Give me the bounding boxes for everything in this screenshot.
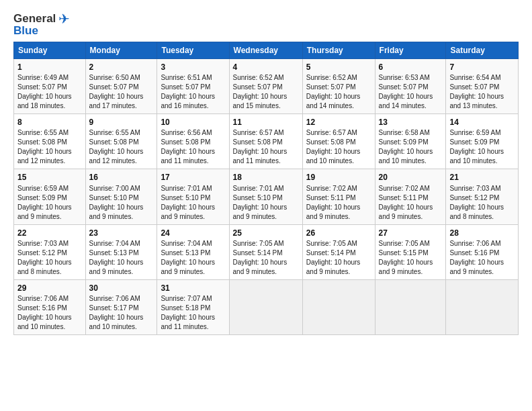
day-info: Sunrise: 7:02 AMSunset: 5:11 PMDaylight:… [379,184,443,222]
day-number: 25 [233,228,299,238]
day-info: Sunrise: 6:50 AMSunset: 5:07 PMDaylight:… [89,73,154,111]
day-info: Sunrise: 6:59 AMSunset: 5:09 PMDaylight:… [449,128,515,166]
calendar-cell: 13Sunrise: 6:58 AMSunset: 5:09 PMDayligh… [375,114,446,169]
day-number: 6 [379,62,443,73]
day-info: Sunrise: 7:05 AMSunset: 5:14 PMDaylight:… [306,239,371,277]
calendar-cell: 11Sunrise: 6:57 AMSunset: 5:08 PMDayligh… [229,114,302,169]
blue-text: Blue [13,24,38,38]
day-number: 20 [379,172,443,183]
calendar-cell: 23Sunrise: 7:04 AMSunset: 5:13 PMDayligh… [85,224,157,279]
day-number: 7 [449,62,515,73]
header-day-wednesday: Wednesday [229,42,302,59]
day-info: Sunrise: 7:05 AMSunset: 5:14 PMDaylight:… [233,239,299,277]
day-info: Sunrise: 7:02 AMSunset: 5:11 PMDaylight:… [306,184,371,222]
day-number: 29 [17,283,82,293]
calendar-cell: 6Sunrise: 6:53 AMSunset: 5:07 PMDaylight… [375,59,446,114]
header-day-monday: Monday [85,42,157,59]
calendar-cell: 22Sunrise: 7:03 AMSunset: 5:12 PMDayligh… [14,224,86,279]
day-number: 1 [17,62,82,73]
calendar-cell: 19Sunrise: 7:02 AMSunset: 5:11 PMDayligh… [302,169,375,224]
day-info: Sunrise: 6:55 AMSunset: 5:08 PMDaylight:… [17,128,82,166]
calendar-cell: 8Sunrise: 6:55 AMSunset: 5:08 PMDaylight… [14,114,86,169]
day-number: 19 [306,172,371,183]
logo-area: General ✈ Blue [13,11,70,38]
day-info: Sunrise: 6:52 AMSunset: 5:07 PMDaylight:… [306,73,371,111]
calendar-week-2: 8Sunrise: 6:55 AMSunset: 5:08 PMDaylight… [14,114,519,169]
calendar-cell: 7Sunrise: 6:54 AMSunset: 5:07 PMDaylight… [446,59,519,114]
calendar-cell [446,279,519,334]
day-number: 28 [449,228,515,238]
calendar-cell: 27Sunrise: 7:05 AMSunset: 5:15 PMDayligh… [375,224,446,279]
calendar-cell: 3Sunrise: 6:51 AMSunset: 5:07 PMDaylight… [157,59,229,114]
day-info: Sunrise: 6:57 AMSunset: 5:08 PMDaylight:… [233,128,299,166]
calendar-week-5: 29Sunrise: 7:06 AMSunset: 5:16 PMDayligh… [14,279,519,334]
calendar-cell: 24Sunrise: 7:04 AMSunset: 5:13 PMDayligh… [157,224,229,279]
day-info: Sunrise: 7:00 AMSunset: 5:10 PMDaylight:… [89,184,154,222]
day-info: Sunrise: 7:06 AMSunset: 5:16 PMDaylight:… [17,294,82,332]
day-info: Sunrise: 7:07 AMSunset: 5:18 PMDaylight:… [161,294,225,332]
day-info: Sunrise: 6:58 AMSunset: 5:09 PMDaylight:… [379,128,443,166]
calendar-cell [302,279,375,334]
day-info: Sunrise: 7:06 AMSunset: 5:17 PMDaylight:… [89,294,154,332]
calendar-cell: 26Sunrise: 7:05 AMSunset: 5:14 PMDayligh… [302,224,375,279]
day-number: 8 [17,117,82,128]
day-number: 30 [89,283,154,293]
day-number: 12 [306,117,371,128]
calendar-cell [229,279,302,334]
header-day-thursday: Thursday [302,42,375,59]
day-info: Sunrise: 6:49 AMSunset: 5:07 PMDaylight:… [17,73,82,111]
day-number: 14 [449,117,515,128]
day-info: Sunrise: 7:05 AMSunset: 5:15 PMDaylight:… [379,239,443,277]
day-info: Sunrise: 6:55 AMSunset: 5:08 PMDaylight:… [89,128,154,166]
page: General ✈ Blue SundayMondayTuesdayWednes… [0,0,532,411]
calendar-cell: 18Sunrise: 7:01 AMSunset: 5:10 PMDayligh… [229,169,302,224]
day-info: Sunrise: 6:51 AMSunset: 5:07 PMDaylight:… [161,73,225,111]
day-number: 23 [89,228,154,238]
calendar-week-3: 15Sunrise: 6:59 AMSunset: 5:09 PMDayligh… [14,169,519,224]
day-info: Sunrise: 7:06 AMSunset: 5:16 PMDaylight:… [449,239,515,277]
day-info: Sunrise: 6:59 AMSunset: 5:09 PMDaylight:… [17,184,82,222]
day-info: Sunrise: 7:04 AMSunset: 5:13 PMDaylight:… [89,239,154,277]
calendar-cell: 21Sunrise: 7:03 AMSunset: 5:12 PMDayligh… [446,169,519,224]
calendar-cell: 14Sunrise: 6:59 AMSunset: 5:09 PMDayligh… [446,114,519,169]
day-number: 21 [449,172,515,183]
day-number: 13 [379,117,443,128]
day-number: 18 [233,172,299,183]
calendar-cell: 10Sunrise: 6:56 AMSunset: 5:08 PMDayligh… [157,114,229,169]
header-day-sunday: Sunday [14,42,86,59]
day-number: 10 [161,117,225,128]
day-number: 22 [17,228,82,238]
calendar-cell: 4Sunrise: 6:52 AMSunset: 5:07 PMDaylight… [229,59,302,114]
calendar-cell [375,279,446,334]
calendar-cell: 9Sunrise: 6:55 AMSunset: 5:08 PMDaylight… [85,114,157,169]
calendar-cell: 17Sunrise: 7:01 AMSunset: 5:10 PMDayligh… [157,169,229,224]
calendar-cell: 28Sunrise: 7:06 AMSunset: 5:16 PMDayligh… [446,224,519,279]
day-info: Sunrise: 7:03 AMSunset: 5:12 PMDaylight:… [17,239,82,277]
day-number: 4 [233,62,299,73]
calendar-cell: 31Sunrise: 7:07 AMSunset: 5:18 PMDayligh… [157,279,229,334]
calendar-header-row: SundayMondayTuesdayWednesdayThursdayFrid… [14,42,519,59]
day-number: 26 [306,228,371,238]
day-info: Sunrise: 7:03 AMSunset: 5:12 PMDaylight:… [449,184,515,222]
day-info: Sunrise: 7:04 AMSunset: 5:13 PMDaylight:… [161,239,225,277]
header: General ✈ Blue [13,11,519,38]
day-number: 17 [161,172,225,183]
day-number: 31 [161,283,225,293]
day-number: 2 [89,62,154,73]
day-info: Sunrise: 6:56 AMSunset: 5:08 PMDaylight:… [161,128,225,166]
header-day-saturday: Saturday [446,42,519,59]
calendar-cell: 2Sunrise: 6:50 AMSunset: 5:07 PMDaylight… [85,59,157,114]
day-number: 9 [89,117,154,128]
day-number: 3 [161,62,225,73]
calendar-cell: 5Sunrise: 6:52 AMSunset: 5:07 PMDaylight… [302,59,375,114]
calendar-cell: 30Sunrise: 7:06 AMSunset: 5:17 PMDayligh… [85,279,157,334]
calendar-cell: 1Sunrise: 6:49 AMSunset: 5:07 PMDaylight… [14,59,86,114]
day-number: 11 [233,117,299,128]
day-number: 27 [379,228,443,238]
day-info: Sunrise: 6:57 AMSunset: 5:08 PMDaylight:… [306,128,371,166]
header-day-tuesday: Tuesday [157,42,229,59]
day-number: 5 [306,62,371,73]
logo-bird-icon: ✈ [58,11,70,27]
calendar-table: SundayMondayTuesdayWednesdayThursdayFrid… [13,42,519,335]
calendar-week-4: 22Sunrise: 7:03 AMSunset: 5:12 PMDayligh… [14,224,519,279]
